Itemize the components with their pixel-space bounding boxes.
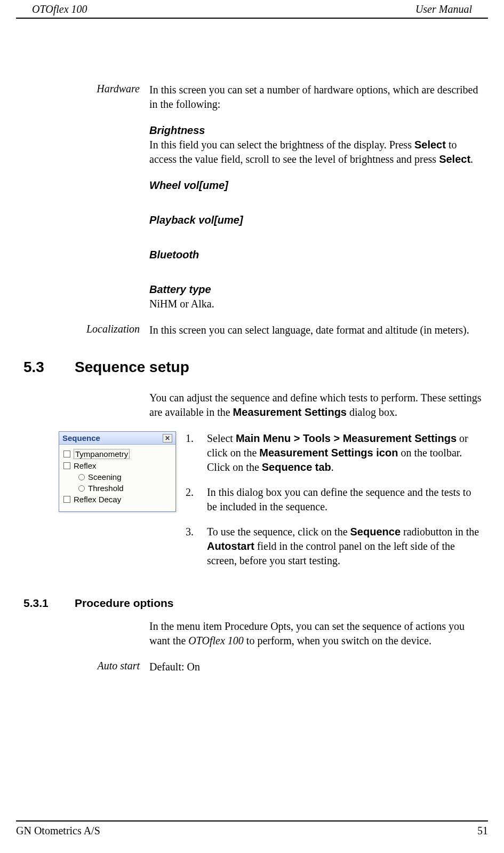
footer-company: GN Otometrics A/S <box>16 825 100 837</box>
battery-block: Battery type NiHM or Alka. <box>149 282 483 311</box>
dialog-item-threshold[interactable]: Threshold <box>63 484 171 493</box>
hardware-row: Hardware In this screen you can set a nu… <box>21 83 483 112</box>
step-body: Select Main Menu > Tools > Measurement S… <box>207 431 483 475</box>
brightness-block: Brightness In this field you can select … <box>149 123 483 167</box>
wheel-title: Wheel vol[ume] <box>149 178 483 193</box>
step-bold: Sequence tab <box>262 461 331 473</box>
step-body: To use the sequence, click on the Sequen… <box>207 525 483 568</box>
localization-label: Localization <box>21 323 149 337</box>
checkbox-icon[interactable] <box>63 462 70 469</box>
brightness-text: In this field you can select the brightn… <box>149 138 483 167</box>
step-number: 1. <box>186 431 207 475</box>
sequence-dialog: Sequence ✕ Tympanometry Reflex Sceening <box>59 431 176 512</box>
wheel-block: Wheel vol[ume] <box>149 178 483 193</box>
dialog-item-label: Sceening <box>88 472 122 481</box>
playback-title: Playback vol[ume] <box>149 213 483 227</box>
close-icon[interactable]: ✕ <box>163 434 172 443</box>
subsection-text-b: to perform, when you switch on the devic… <box>244 635 431 646</box>
step-bold: Autostart <box>207 540 254 552</box>
battery-title: Battery type <box>149 282 483 297</box>
step-number: 2. <box>186 485 207 514</box>
step-text: Select <box>207 432 236 444</box>
step-1: 1. Select Main Menu > Tools > Measuremen… <box>186 431 483 475</box>
step-body: In this dialog box you can define the se… <box>207 485 483 514</box>
section-number: 5.3 <box>21 359 75 376</box>
step-bold: Measurement Settings icon <box>259 447 398 459</box>
brightness-text-c: . <box>470 153 473 165</box>
radio-icon[interactable] <box>78 485 85 492</box>
subsection-title: Procedure options <box>75 597 174 610</box>
autostart-value: Default: On <box>149 660 483 674</box>
brightness-select-1: Select <box>414 139 446 151</box>
dialog-box: Sequence ✕ Tympanometry Reflex Sceening <box>59 431 176 512</box>
brightness-text-a: In this field you can select the brightn… <box>149 139 414 151</box>
section-intro-b: Measurement Settings <box>233 406 347 418</box>
page-content: Hardware In this screen you can set a nu… <box>0 19 504 674</box>
bluetooth-title: Bluetooth <box>149 248 483 262</box>
dialog-titlebar: Sequence ✕ <box>59 432 175 445</box>
step-text: . <box>331 461 334 473</box>
section-intro: You can adjust the sequence and define w… <box>149 391 483 420</box>
dialog-item-reflex-decay[interactable]: Reflex Decay <box>63 495 171 504</box>
battery-text: NiHM or Alka. <box>149 297 483 311</box>
sequence-two-col: Sequence ✕ Tympanometry Reflex Sceening <box>21 431 483 579</box>
dialog-item-reflex[interactable]: Reflex <box>63 461 171 470</box>
header-product: OTOflex 100 <box>32 3 87 15</box>
step-number: 3. <box>186 525 207 568</box>
steps-column: 1. Select Main Menu > Tools > Measuremen… <box>186 431 483 579</box>
dialog-item-tympanometry[interactable]: Tympanometry <box>63 449 171 459</box>
dialog-title-text: Sequence <box>62 433 100 443</box>
playback-block: Playback vol[ume] <box>149 213 483 227</box>
section-heading: 5.3 Sequence setup <box>21 359 483 376</box>
dialog-item-label: Tympanometry <box>74 449 130 459</box>
brightness-select-2: Select <box>439 153 470 165</box>
hardware-intro: In this screen you can set a number of h… <box>149 83 483 112</box>
dialog-item-label: Reflex <box>74 461 97 470</box>
brightness-title: Brightness <box>149 123 483 138</box>
step-bold: Main Menu > Tools > Measurement Settings <box>236 432 457 444</box>
subsection-heading: 5.3.1 Procedure options <box>21 597 483 610</box>
step-bold: Sequence <box>350 526 401 538</box>
radio-icon[interactable] <box>78 474 85 480</box>
checkbox-icon[interactable] <box>63 451 70 457</box>
footer-page-number: 51 <box>477 825 488 837</box>
subsection-number: 5.3.1 <box>21 597 75 610</box>
dialog-item-screening[interactable]: Sceening <box>63 472 171 481</box>
dialog-item-label: Threshold <box>88 484 124 493</box>
dialog-body: Tympanometry Reflex Sceening Threshold <box>59 445 175 511</box>
subsection-text: In the menu item Procedure Opts, you can… <box>149 619 483 648</box>
autostart-label: Auto start <box>21 660 149 674</box>
dialog-item-label: Reflex Decay <box>74 495 121 504</box>
page-footer: GN Otometrics A/S 51 <box>16 820 488 837</box>
hardware-label: Hardware <box>21 83 149 112</box>
section-title: Sequence setup <box>75 359 189 376</box>
subsection-text-em: OTOflex 100 <box>188 635 244 646</box>
step-2: 2. In this dialog box you can define the… <box>186 485 483 514</box>
step-text: radiobutton in the <box>401 526 479 538</box>
autostart-row: Auto start Default: On <box>21 660 483 674</box>
header-doc-type: User Manual <box>415 3 472 15</box>
page-header: OTOflex 100 User Manual <box>16 0 488 19</box>
localization-row: Localization In this screen you can sele… <box>21 323 483 337</box>
bluetooth-block: Bluetooth <box>149 248 483 262</box>
step-3: 3. To use the sequence, click on the Seq… <box>186 525 483 568</box>
localization-text: In this screen you can select language, … <box>149 323 483 337</box>
step-text: To use the sequence, click on the <box>207 526 350 538</box>
section-intro-c: dialog box. <box>347 406 397 418</box>
checkbox-icon[interactable] <box>63 496 70 503</box>
